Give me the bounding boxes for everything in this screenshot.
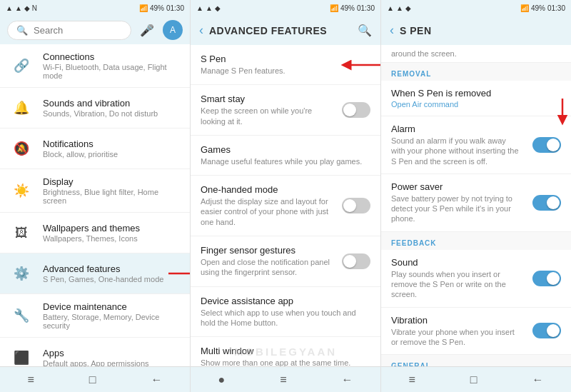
status-bar-right: ▲ ▲ ◆ 📶 49% 01:30 xyxy=(381,0,571,16)
status-bar-middle: ▲ ▲ ◆ 📶 49% 01:30 xyxy=(191,0,380,16)
middle-header: ‹ ADVANCED FEATURES 🔍 xyxy=(191,16,380,45)
spen-item-vibration[interactable]: Vibration Vibrate your phone when you in… xyxy=(381,308,571,356)
device-icon: 🔧 xyxy=(9,303,34,328)
sound-title: Sound xyxy=(391,257,521,268)
device-subtitle: Battery, Storage, Memory, Device securit… xyxy=(43,313,181,330)
feature-games[interactable]: Games Manage useful features while you p… xyxy=(191,136,380,176)
search-input[interactable] xyxy=(34,25,122,36)
vibration-title: Vibration xyxy=(391,315,521,326)
signal-icon: ▲ xyxy=(6,4,13,12)
nav-dot-middle[interactable]: ● xyxy=(211,371,232,389)
onehanded-subtitle: Adjust the display size and layout for e… xyxy=(201,196,336,227)
settings-item-sounds[interactable]: 🔔 Sounds and vibration Sounds, Vibration… xyxy=(0,88,190,129)
status-right-right: 📶 49% 01:30 xyxy=(520,4,565,12)
wifi-icon-r: ▲ xyxy=(396,4,403,12)
spen-item-powersaver[interactable]: Power saver Save battery power by not tr… xyxy=(381,174,571,232)
search-icon-middle[interactable]: 🔍 xyxy=(358,24,372,37)
deviceassist-text: Device assistance app Select which app t… xyxy=(201,296,370,328)
open-air-command-link[interactable]: Open Air command xyxy=(391,100,491,109)
nav-home-right[interactable]: □ xyxy=(463,371,485,389)
middle-panel: ▲ ▲ ◆ 📶 49% 01:30 ‹ ADVANCED FEATURES 🔍 … xyxy=(191,0,381,392)
status-icons-middle: ▲ ▲ ◆ xyxy=(196,4,221,12)
sounds-text: Sounds and vibration Sounds, Vibration, … xyxy=(43,98,181,118)
spen-text: S Pen Manage S Pen features. xyxy=(201,54,370,76)
advanced-features-list: S Pen Manage S Pen features. Smart stay xyxy=(191,45,380,366)
battery-middle: 49% xyxy=(340,4,355,12)
settings-item-wallpapers[interactable]: 🖼 Wallpapers and themes Wallpapers, Them… xyxy=(0,213,190,253)
vibration-subtitle: Vibrate your phone when you insert or re… xyxy=(391,327,521,348)
back-button-middle[interactable]: ‹ xyxy=(199,23,203,38)
advanced-subtitle: S Pen, Games, One-handed mode xyxy=(43,275,181,283)
settings-item-connections[interactable]: 🔗 Connections Wi-Fi, Bluetooth, Data usa… xyxy=(0,44,190,88)
nav-back-right[interactable]: ← xyxy=(525,371,550,389)
wifi-icon-m: ▲ xyxy=(206,4,213,12)
bluetooth-icon-r: ◆ xyxy=(405,4,411,12)
feature-multiwindow[interactable]: Multi window Show more than one app at t… xyxy=(191,337,380,366)
settings-item-display[interactable]: ☀️ Display Brightness, Blue light filter… xyxy=(0,169,190,213)
alarm-subtitle: Sound an alarm if you walk away with you… xyxy=(391,136,521,166)
apps-subtitle: Default apps, App permissions xyxy=(43,359,181,366)
alarm-toggle[interactable] xyxy=(532,137,561,153)
feature-onehanded[interactable]: One-handed mode Adjust the display size … xyxy=(191,176,380,236)
advanced-title: Advanced features xyxy=(43,263,181,274)
wallpapers-subtitle: Wallpapers, Themes, Icons xyxy=(43,234,181,243)
settings-list: 🔗 Connections Wi-Fi, Bluetooth, Data usa… xyxy=(0,44,190,366)
spen-item-alarm[interactable]: Alarm Sound an alarm if you walk away wi… xyxy=(381,116,571,174)
smartstay-toggle[interactable] xyxy=(342,102,370,118)
search-input-container[interactable]: 🔍 xyxy=(7,21,131,40)
connections-text: Connections Wi-Fi, Bluetooth, Data usage… xyxy=(43,51,181,80)
spen-item-whenremoved[interactable]: When S Pen is removed Open Air command xyxy=(381,81,571,116)
connections-icon: 🔗 xyxy=(9,53,34,79)
display-icon: ☀️ xyxy=(9,178,34,203)
nav-recent-middle[interactable]: ≡ xyxy=(273,371,293,389)
notifications-icon: 🔕 xyxy=(9,136,34,161)
sounds-title: Sounds and vibration xyxy=(43,98,181,109)
mic-icon[interactable]: 🎤 xyxy=(137,20,157,40)
nav-back-middle[interactable]: ← xyxy=(334,371,360,389)
sound-subtitle: Play sounds when you insert or remove th… xyxy=(391,269,521,300)
games-title: Games xyxy=(201,144,370,155)
settings-item-notifications[interactable]: 🔕 Notifications Block, allow, prioritise xyxy=(0,129,190,169)
sound-row: Sound Play sounds when you insert or rem… xyxy=(391,257,561,300)
nav-back-left[interactable]: ← xyxy=(143,371,169,389)
deviceassist-title: Device assistance app xyxy=(201,296,370,306)
nav-bar-right: ≡ □ ← xyxy=(381,366,571,392)
onehanded-toggle[interactable] xyxy=(342,198,370,213)
sound-toggle[interactable] xyxy=(532,271,561,286)
right-panel: ▲ ▲ ◆ 📶 49% 01:30 ‹ S PEN around the scr… xyxy=(381,0,571,392)
settings-item-device[interactable]: 🔧 Device maintenance Battery, Storage, M… xyxy=(0,294,190,338)
search-bar: 🔍 🎤 A xyxy=(0,16,190,44)
status-right-middle: 📶 49% 01:30 xyxy=(330,4,375,12)
nav-home-left[interactable]: □ xyxy=(82,371,103,389)
back-button-right[interactable]: ‹ xyxy=(390,23,394,38)
settings-item-advanced[interactable]: ⚙️ Advanced features S Pen, Games, One-h… xyxy=(0,253,190,294)
powersaver-row: Power saver Save battery power by not tr… xyxy=(391,181,561,224)
status-bar-left: ▲ ▲ ◆ N 📶 49% 01:30 xyxy=(0,0,190,16)
feature-spen[interactable]: S Pen Manage S Pen features. xyxy=(191,45,380,85)
left-panel: ▲ ▲ ◆ N 📶 49% 01:30 🔍 🎤 A 🔗 xyxy=(0,0,191,392)
powersaver-toggle[interactable] xyxy=(532,195,561,211)
vibration-toggle[interactable] xyxy=(532,323,561,338)
whenremoved-row: When S Pen is removed Open Air command xyxy=(391,88,561,109)
spen-feature-subtitle: Manage S Pen features. xyxy=(201,66,370,76)
nav-recent-right[interactable]: ≡ xyxy=(401,371,422,389)
spen-item-sound[interactable]: Sound Play sounds when you insert or rem… xyxy=(381,250,571,308)
feature-fingergestures[interactable]: Finger sensor gestures Open and close th… xyxy=(191,236,380,287)
feature-smartstay[interactable]: Smart stay Keep the screen on while you'… xyxy=(191,85,380,136)
multiwindow-title: Multi window xyxy=(201,346,370,356)
device-title: Device maintenance xyxy=(43,301,181,312)
nfc-icon: N xyxy=(32,4,37,12)
fingergestures-toggle[interactable] xyxy=(342,253,370,269)
connections-subtitle: Wi-Fi, Bluetooth, Data usage, Flight mod… xyxy=(43,63,181,80)
multiwindow-subtitle: Show more than one app at the same time. xyxy=(201,358,370,366)
games-subtitle: Manage useful features while you play ga… xyxy=(201,156,370,166)
feature-deviceassist[interactable]: Device assistance app Select which app t… xyxy=(191,287,380,338)
signal-strength-left: 📶 xyxy=(139,4,148,12)
fingergestures-title: Finger sensor gestures xyxy=(201,245,336,256)
sounds-icon: 🔔 xyxy=(9,95,34,121)
avatar-icon[interactable]: A xyxy=(163,20,183,40)
settings-item-apps[interactable]: ⬛ Apps Default apps, App permissions xyxy=(0,338,190,366)
connections-title: Connections xyxy=(43,51,181,62)
nav-recent-left[interactable]: ≡ xyxy=(20,371,41,389)
right-header: ‹ S PEN xyxy=(381,16,571,45)
